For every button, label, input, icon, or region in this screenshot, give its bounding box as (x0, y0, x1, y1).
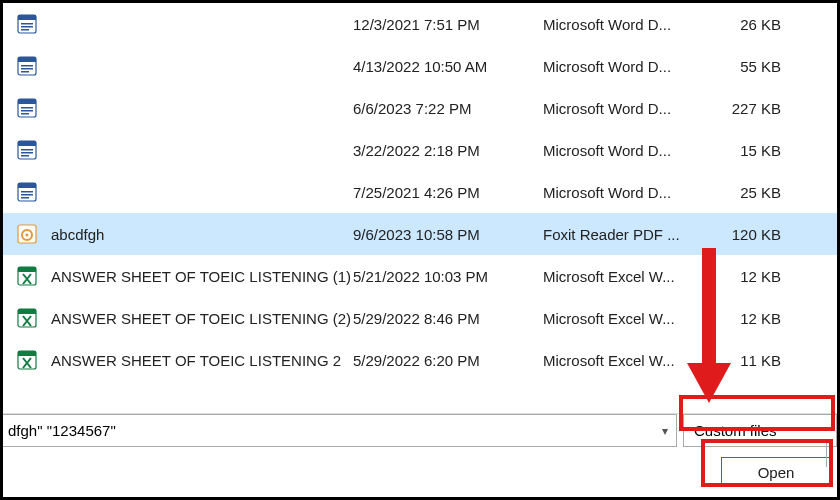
file-date: 4/13/2022 10:50 AM (353, 58, 543, 75)
file-type: Foxit Reader PDF ... (543, 226, 713, 243)
file-date: 5/21/2022 10:03 PM (353, 268, 543, 285)
filetype-filter[interactable]: Custom files (683, 414, 837, 447)
foxit-file-icon (15, 222, 39, 246)
svg-rect-7 (21, 65, 33, 67)
svg-rect-3 (21, 26, 33, 28)
file-type: Microsoft Word D... (543, 184, 713, 201)
svg-rect-14 (21, 113, 29, 115)
file-date: 7/25/2021 4:26 PM (353, 184, 543, 201)
file-type: Microsoft Excel W... (543, 352, 713, 369)
svg-rect-2 (21, 23, 33, 25)
excel-file-icon (15, 348, 39, 372)
file-date: 6/6/2023 7:22 PM (353, 100, 543, 117)
filter-label: Custom files (694, 422, 777, 439)
file-name: ANSWER SHEET OF TOEIC LISTENING (1) (51, 268, 353, 285)
file-size: 227 KB (713, 100, 803, 117)
file-size: 12 KB (713, 310, 803, 327)
file-size: 26 KB (713, 16, 803, 33)
cancel-button-edge[interactable] (826, 439, 834, 467)
file-size: 120 KB (713, 226, 803, 243)
file-date: 5/29/2022 8:46 PM (353, 310, 543, 327)
file-type: Microsoft Word D... (543, 100, 713, 117)
file-row[interactable]: 6/6/2023 7:22 PMMicrosoft Word D...227 K… (3, 87, 837, 129)
file-date: 3/22/2022 2:18 PM (353, 142, 543, 159)
excel-file-icon (15, 306, 39, 330)
file-row[interactable]: 7/25/2021 4:26 PMMicrosoft Word D...25 K… (3, 171, 837, 213)
svg-point-27 (26, 234, 29, 237)
file-type: Microsoft Word D... (543, 142, 713, 159)
word-file-icon (15, 138, 39, 162)
word-file-icon (15, 180, 39, 204)
svg-rect-1 (18, 15, 36, 20)
file-size: 25 KB (713, 184, 803, 201)
word-file-icon (15, 54, 39, 78)
svg-rect-24 (21, 197, 29, 199)
file-date: 5/29/2022 6:20 PM (353, 352, 543, 369)
file-size: 12 KB (713, 268, 803, 285)
file-row[interactable]: ANSWER SHEET OF TOEIC LISTENING (1)5/21/… (3, 255, 837, 297)
svg-rect-9 (21, 71, 29, 73)
file-size: 15 KB (713, 142, 803, 159)
file-row[interactable]: abcdfgh9/6/2023 10:58 PMFoxit Reader PDF… (3, 213, 837, 255)
svg-rect-13 (21, 110, 33, 112)
file-row[interactable]: ANSWER SHEET OF TOEIC LISTENING 25/29/20… (3, 339, 837, 381)
file-row[interactable]: 12/3/2021 7:51 PMMicrosoft Word D...26 K… (3, 3, 837, 45)
svg-rect-22 (21, 191, 33, 193)
filename-input[interactable]: dfgh" "1234567" ▾ (0, 414, 677, 447)
word-file-icon (15, 12, 39, 36)
word-file-icon (15, 96, 39, 120)
svg-rect-16 (18, 141, 36, 146)
svg-rect-18 (21, 152, 33, 154)
file-name: ANSWER SHEET OF TOEIC LISTENING (2) (51, 310, 353, 327)
file-name: abcdfgh (51, 226, 353, 243)
filename-value: dfgh" "1234567" (8, 422, 116, 439)
svg-rect-11 (18, 99, 36, 104)
bottom-bar: dfgh" "1234567" ▾ Custom files Open (3, 413, 837, 497)
file-row[interactable]: 3/22/2022 2:18 PMMicrosoft Word D...15 K… (3, 129, 837, 171)
svg-rect-31 (18, 309, 36, 314)
excel-file-icon (15, 264, 39, 288)
file-type: Microsoft Word D... (543, 16, 713, 33)
file-type: Microsoft Excel W... (543, 268, 713, 285)
svg-rect-8 (21, 68, 33, 70)
file-row[interactable]: 4/13/2022 10:50 AMMicrosoft Word D...55 … (3, 45, 837, 87)
file-row[interactable]: ANSWER SHEET OF TOEIC LISTENING (2)5/29/… (3, 297, 837, 339)
svg-rect-29 (18, 267, 36, 272)
svg-rect-21 (18, 183, 36, 188)
file-name: ANSWER SHEET OF TOEIC LISTENING 2 (51, 352, 353, 369)
file-type: Microsoft Excel W... (543, 310, 713, 327)
svg-rect-4 (21, 29, 29, 31)
svg-rect-6 (18, 57, 36, 62)
chevron-down-icon[interactable]: ▾ (662, 424, 668, 438)
svg-rect-17 (21, 149, 33, 151)
svg-rect-19 (21, 155, 29, 157)
svg-rect-23 (21, 194, 33, 196)
file-list[interactable]: 12/3/2021 7:51 PMMicrosoft Word D...26 K… (3, 3, 837, 381)
svg-rect-33 (18, 351, 36, 356)
file-type: Microsoft Word D... (543, 58, 713, 75)
file-size: 11 KB (713, 352, 803, 369)
open-button[interactable]: Open (721, 457, 831, 487)
file-date: 12/3/2021 7:51 PM (353, 16, 543, 33)
svg-rect-12 (21, 107, 33, 109)
file-date: 9/6/2023 10:58 PM (353, 226, 543, 243)
file-size: 55 KB (713, 58, 803, 75)
